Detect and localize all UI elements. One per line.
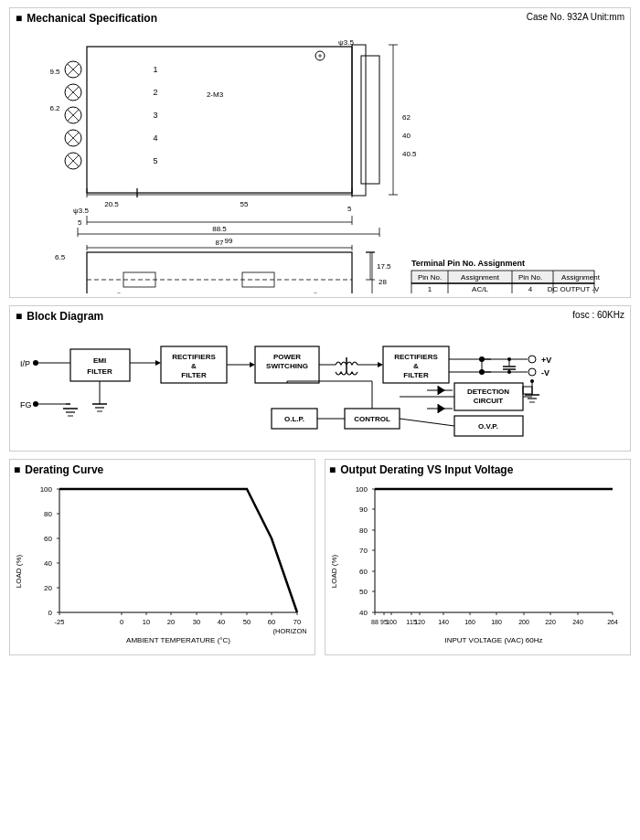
svg-text:RECTIFIERS: RECTIFIERS xyxy=(172,353,216,361)
derating-title: Derating Curve xyxy=(14,463,311,476)
drawing-area: 1 2 3 4 5 20.5 xyxy=(16,28,624,293)
svg-text:60: 60 xyxy=(44,535,52,543)
svg-text:4: 4 xyxy=(528,285,533,293)
svg-text:5: 5 xyxy=(347,205,352,213)
svg-text:140: 140 xyxy=(438,619,449,625)
svg-text:EMI: EMI xyxy=(93,356,106,365)
svg-text:6.2: 6.2 xyxy=(49,104,60,112)
svg-rect-24 xyxy=(352,45,366,196)
svg-point-190 xyxy=(530,379,534,383)
svg-text:99: 99 xyxy=(225,237,233,245)
svg-text:20: 20 xyxy=(167,618,175,626)
svg-text:5: 5 xyxy=(153,156,157,165)
svg-text:2: 2 xyxy=(153,88,157,97)
svg-text:AMBIENT TEMPERATURE (°C): AMBIENT TEMPERATURE (°C) xyxy=(126,636,230,644)
block-section-header: Block Diagram xyxy=(16,310,624,323)
svg-text:ψ3.5: ψ3.5 xyxy=(73,292,89,293)
svg-text:100: 100 xyxy=(356,485,368,494)
block-section: Block Diagram fosc : 60KHz I/P FG EMI FI… xyxy=(9,305,631,452)
svg-line-178 xyxy=(400,419,454,426)
case-info: Case No. 932A Unit:mm xyxy=(527,12,624,22)
svg-text:28: 28 xyxy=(379,278,387,286)
svg-rect-25 xyxy=(361,56,379,184)
svg-text:10: 10 xyxy=(143,618,150,626)
svg-rect-0 xyxy=(87,47,352,193)
svg-text:ψ3.5: ψ3.5 xyxy=(73,207,89,215)
svg-text:87: 87 xyxy=(216,239,224,247)
svg-text:ψ3.5: ψ3.5 xyxy=(338,38,354,47)
svg-text:220: 220 xyxy=(545,619,556,625)
svg-text:160: 160 xyxy=(464,619,475,625)
svg-point-150 xyxy=(528,356,536,363)
svg-text:Assignment: Assignment xyxy=(561,273,601,282)
svg-text:5: 5 xyxy=(78,218,82,227)
svg-text:88.5: 88.5 xyxy=(212,225,227,233)
svg-text:-25: -25 xyxy=(55,618,65,626)
svg-text:Pin No.: Pin No. xyxy=(518,273,542,282)
svg-text:90: 90 xyxy=(359,505,368,514)
svg-text:200: 200 xyxy=(518,619,529,625)
svg-text:Assignment: Assignment xyxy=(461,273,500,282)
derating-svg: LOAD (%) 100 80 60 40 20 0 xyxy=(14,480,306,649)
svg-point-160 xyxy=(507,357,511,361)
svg-text:55: 55 xyxy=(240,200,249,208)
svg-text:2-M3: 2-M3 xyxy=(207,90,224,99)
mech-section: Mechanical Specification Case No. 932A U… xyxy=(9,7,631,298)
svg-rect-193 xyxy=(523,387,532,394)
svg-text:40: 40 xyxy=(218,618,225,626)
svg-text:80: 80 xyxy=(44,510,52,518)
block-title: Block Diagram xyxy=(27,310,103,323)
svg-point-115 xyxy=(33,401,38,407)
fosc-info: fosc : 60KHz xyxy=(572,310,624,320)
svg-text:FILTER: FILTER xyxy=(403,371,429,379)
svg-text:&: & xyxy=(191,362,197,370)
svg-rect-119 xyxy=(70,349,130,381)
svg-text:100: 100 xyxy=(40,485,53,494)
svg-text:62: 62 xyxy=(402,113,411,122)
derating-chart: Derating Curve LOAD (%) 100 80 60 4 xyxy=(9,459,315,655)
output-derating-title: Output Derating VS Input Voltage xyxy=(329,463,626,476)
svg-text:50: 50 xyxy=(359,588,368,596)
svg-text:100: 100 xyxy=(386,619,397,625)
svg-marker-169 xyxy=(438,404,445,413)
svg-text:SWITCHING: SWITCHING xyxy=(266,362,308,370)
svg-marker-140 xyxy=(378,362,383,367)
page: Mechanical Specification Case No. 932A U… xyxy=(0,0,640,663)
svg-text:4: 4 xyxy=(153,133,157,143)
svg-text:240: 240 xyxy=(572,619,583,625)
svg-text:O.V.P.: O.V.P. xyxy=(478,422,498,431)
svg-text:FG: FG xyxy=(20,400,32,409)
svg-text:40: 40 xyxy=(402,132,411,140)
svg-text:1: 1 xyxy=(153,65,157,74)
svg-text:30: 30 xyxy=(193,618,200,626)
svg-text:+V: +V xyxy=(541,356,551,365)
svg-marker-133 xyxy=(250,362,255,367)
svg-text:0: 0 xyxy=(120,618,123,626)
svg-text:INPUT VOLTAGE (VAC) 60Hz: INPUT VOLTAGE (VAC) 60Hz xyxy=(445,636,543,644)
svg-point-153 xyxy=(528,368,536,376)
svg-text:FILTER: FILTER xyxy=(87,367,112,376)
svg-text:3: 3 xyxy=(153,111,157,120)
mech-title: Mechanical Specification xyxy=(27,12,157,25)
svg-text:FILTER: FILTER xyxy=(181,371,207,379)
svg-text:&: & xyxy=(413,362,419,370)
svg-text:88: 88 xyxy=(371,619,379,625)
svg-text:60: 60 xyxy=(268,618,275,626)
svg-text:264: 264 xyxy=(607,619,618,625)
svg-text:(HORIZONTAL): (HORIZONTAL) xyxy=(273,627,306,635)
block-diagram-svg: I/P FG EMI FILTER RECTIFIERS & xyxy=(16,326,628,445)
svg-text:40.5: 40.5 xyxy=(402,150,417,158)
svg-text:180: 180 xyxy=(491,619,502,625)
svg-text:I/P: I/P xyxy=(20,359,30,368)
charts-section: Derating Curve LOAD (%) 100 80 60 4 xyxy=(9,459,631,655)
output-derating-svg: LOAD (%) 100 90 80 70 60 50 xyxy=(329,480,622,649)
svg-text:1: 1 xyxy=(428,285,432,293)
svg-text:AC/L: AC/L xyxy=(472,285,488,293)
svg-marker-166 xyxy=(438,386,445,395)
svg-text:DC OUTPUT -V: DC OUTPUT -V xyxy=(548,285,600,293)
svg-text:CIRCUIT: CIRCUIT xyxy=(474,397,504,405)
svg-text:17.5: 17.5 xyxy=(377,262,391,271)
mechanical-drawing: 1 2 3 4 5 20.5 xyxy=(37,28,603,293)
svg-text:-V: -V xyxy=(541,368,549,377)
output-derating-chart: Output Derating VS Input Voltage LOAD (%… xyxy=(325,459,631,655)
